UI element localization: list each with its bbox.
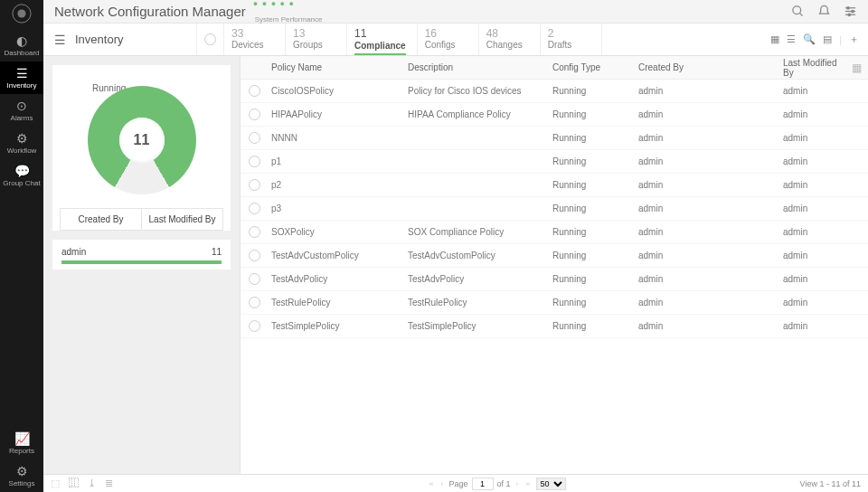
cell-policy-name: HIPAAPolicy [268,109,408,119]
cell-last-modified-by: admin [783,109,844,119]
cell-policy-name: NNNN [268,133,408,143]
cell-description: Policy for Cisco IOS devices [408,86,552,96]
table-row[interactable]: TestRulePolicyTestRulePolicyRunningadmin… [241,291,868,315]
cell-policy-name: TestSimplePolicy [268,321,408,331]
page-size-select[interactable]: 50 [536,478,566,490]
tab-compliance[interactable]: 11Compliance [347,24,418,55]
table-row[interactable]: TestAdvCustomPolicyTestAdvCustomPolicyRu… [241,244,868,268]
tab-devices[interactable]: 33Devices [224,24,286,55]
cell-description: TestAdvPolicy [408,274,552,284]
cell-policy-name: SOXPolicy [268,227,408,237]
add-icon[interactable]: ＋ [849,33,859,46]
row-checkbox[interactable] [249,85,260,97]
cell-config-type: Running [552,109,638,119]
filter-icon[interactable]: ▤ [823,33,832,45]
cell-created-by: admin [638,251,783,260]
table-row[interactable]: p1Runningadminadmin [241,150,868,174]
table-row[interactable]: SOXPolicySOX Compliance PolicyRunningadm… [241,221,868,244]
table-row[interactable]: TestAdvPolicyTestAdvPolicyRunningadminad… [241,268,868,291]
side-panel: Running 11 Created By Last Modified By a… [43,56,241,474]
table-row[interactable]: TestSimplePolicyTestSimplePolicyRunninga… [241,315,868,338]
nav-reports[interactable]: 📈Reports [0,427,43,459]
page-last-icon[interactable]: » [524,479,533,488]
tab-configs[interactable]: 16Configs [418,24,479,55]
summary-count: 11 [212,247,222,257]
th-policy-name[interactable]: Policy Name [268,62,408,72]
page-next-icon[interactable]: › [514,479,521,488]
row-checkbox[interactable] [249,297,260,308]
table-row[interactable]: p2Runningadminadmin [241,174,868,197]
row-checkbox[interactable] [249,320,260,332]
table-row[interactable]: CiscoIOSPolicyPolicy for Cisco IOS devic… [241,80,868,103]
app-subtitle: System Performance [255,15,323,24]
cell-created-by: admin [638,86,783,96]
list-view-icon[interactable]: ☰ [787,33,796,45]
menu-icon[interactable]: ☰ [54,33,66,47]
cell-config-type: Running [552,274,638,284]
nav-inventory[interactable]: ☰Inventory [0,62,43,94]
cell-created-by: admin [638,227,783,237]
table-row[interactable]: NNNNRunningadminadmin [241,127,868,150]
tab-drafts[interactable]: 2Drafts [541,24,602,55]
donut-total: 11 [119,118,165,163]
svg-point-2 [793,6,801,14]
performance-dots-icon: ● ● ● ● ● [253,0,295,8]
cell-last-modified-by: admin [783,203,844,213]
nav-workflow[interactable]: ⚙Workflow [0,127,43,159]
page-input[interactable] [472,478,494,490]
cell-created-by: admin [638,109,783,119]
nav-dashboard[interactable]: ◐Dashboard [0,29,43,62]
page-title: Inventory [75,33,123,46]
tab-changes[interactable]: 48Changes [479,24,541,55]
app-title: Network Configuration Manager [54,4,246,19]
row-checkbox[interactable] [249,226,260,238]
sliders-icon[interactable] [844,5,857,18]
row-checkbox[interactable] [249,132,260,144]
column-settings-icon[interactable]: ▦ [844,62,868,74]
inventory-icon: ☰ [0,67,43,80]
footer-action-4-icon[interactable]: ≣ [105,478,113,489]
cell-created-by: admin [638,156,783,166]
settings-icon: ⚙ [0,465,43,478]
row-checkbox[interactable] [249,203,260,214]
cell-config-type: Running [552,321,638,331]
row-checkbox[interactable] [249,179,260,191]
page-of: of 1 [497,479,511,488]
cell-description: TestSimplePolicy [408,321,552,331]
cell-config-type: Running [552,133,638,143]
left-nav: ◐Dashboard☰Inventory⊙Alarms⚙Workflow💬Gro… [0,0,43,492]
search-table-icon[interactable]: 🔍 [803,33,816,45]
nav-groupchat[interactable]: 💬Group Chat [0,159,43,192]
tab-groups[interactable]: 13Groups [286,24,347,55]
grid-view-icon[interactable]: ▦ [770,33,779,45]
row-checkbox[interactable] [249,273,260,285]
footer-action-3-icon[interactable]: ⤓ [88,478,96,489]
table-header: Policy Name Description Config Type Crea… [241,56,868,80]
cell-config-type: Running [552,203,638,213]
th-description[interactable]: Description [408,62,552,72]
row-checkbox[interactable] [249,250,260,261]
page-prev-icon[interactable]: ‹ [439,479,445,488]
footer-action-1-icon[interactable]: ⬚ [51,478,60,489]
summary-bar [61,260,222,264]
nav-settings[interactable]: ⚙Settings [0,459,43,492]
th-created-by[interactable]: Created By [638,62,783,72]
cell-created-by: admin [638,298,783,308]
row-checkbox[interactable] [249,109,260,120]
th-config-type[interactable]: Config Type [552,62,638,72]
table-row[interactable]: HIPAAPolicyHIPAA Compliance PolicyRunnin… [241,103,868,127]
row-checkbox[interactable] [249,156,260,167]
tab-strip: 33Devices13Groups11Compliance16Configs48… [224,24,761,55]
toggle-created-by[interactable]: Created By [61,209,142,230]
table-row[interactable]: p3Runningadminadmin [241,197,868,221]
footer-action-2-icon[interactable]: ⿲ [69,478,79,489]
toggle-last-modified-by[interactable]: Last Modified By [142,209,222,230]
select-all-checkbox[interactable] [204,33,216,45]
nav-alarms[interactable]: ⊙Alarms [0,94,43,127]
bell-icon[interactable] [817,5,831,18]
th-last-modified-by[interactable]: Last Modified By [783,58,844,78]
search-icon[interactable] [791,5,805,18]
page-first-icon[interactable]: « [427,479,435,488]
divider: | [839,34,842,45]
summary-card[interactable]: admin 11 [52,240,231,270]
